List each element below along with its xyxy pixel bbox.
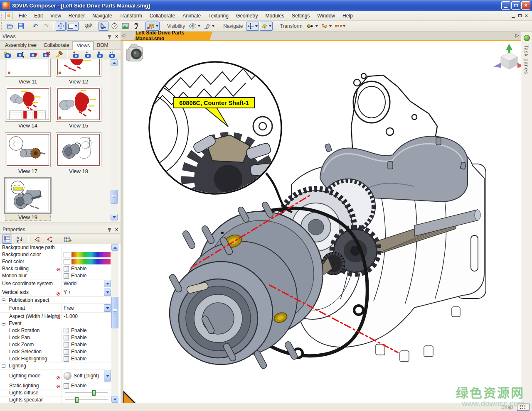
dropdown-button[interactable] (104, 304, 111, 312)
view-thumbnail-11[interactable] (5, 59, 51, 77)
scrollbar-thumb[interactable] (111, 190, 118, 204)
property-row-background-color[interactable]: Background color (0, 251, 111, 258)
texture-button[interactable] (120, 22, 130, 31)
view-label[interactable]: View 12 (56, 78, 101, 85)
scroll-up-button[interactable] (111, 244, 118, 251)
add-property-button[interactable] (63, 235, 73, 244)
close-button[interactable]: × (521, 1, 530, 10)
view-thumbnail-18[interactable] (56, 132, 101, 167)
menu-item-navigate[interactable]: Navigate (89, 12, 116, 20)
mdi-restore-icon[interactable] (518, 14, 522, 17)
scroll-down-button[interactable] (111, 396, 118, 403)
menu-grip[interactable] (1, 12, 3, 19)
open-button[interactable] (5, 22, 15, 31)
fit-all-button[interactable] (56, 22, 66, 31)
property-group-event[interactable]: Event (0, 320, 111, 327)
reset-all-button[interactable] (45, 235, 55, 244)
play-views-button[interactable] (83, 50, 93, 59)
close-panel-icon[interactable]: × (115, 228, 118, 232)
checkbox[interactable] (64, 342, 69, 347)
property-row-back-culling[interactable]: Back culling Enable (0, 265, 111, 272)
chevron-down-icon[interactable] (156, 25, 158, 27)
menu-item-texturing[interactable]: Texturing (204, 12, 232, 20)
axis-mode-button[interactable] (320, 22, 333, 31)
property-row-lock-selection[interactable]: Lock Selection Enable (0, 348, 111, 355)
pan-button[interactable] (246, 22, 259, 31)
mdi-minimize-icon[interactable] (512, 17, 515, 18)
view-thumbnail-14[interactable] (5, 87, 51, 122)
property-row-format[interactable]: Format Free (0, 304, 111, 313)
chevron-down-icon[interactable] (343, 25, 345, 27)
alphabetical-sort-button[interactable]: AZ (15, 235, 25, 244)
checkbox[interactable] (64, 273, 69, 279)
pin-icon[interactable] (108, 34, 112, 39)
menu-item-animate[interactable]: Animate (179, 12, 204, 20)
menu-item-file[interactable]: File (15, 12, 30, 20)
restore-button[interactable] (511, 1, 520, 10)
menu-item-help[interactable]: Help (339, 12, 357, 20)
view-label[interactable]: View 18 (56, 168, 101, 174)
close-panel-icon[interactable]: × (115, 34, 118, 39)
view-label[interactable]: View 11 (5, 78, 51, 85)
document-tab[interactable]: Left Side Drive Parts Manual.smg (134, 32, 212, 40)
scroll-down-button[interactable] (111, 214, 118, 220)
property-row-aspect-ratio[interactable]: Aspect (Width / Height) -1.000 (0, 313, 111, 320)
paint-view-button[interactable] (54, 50, 64, 59)
property-row-lock-pan[interactable]: Lock Pan Enable (0, 334, 111, 341)
property-row-lights-specular[interactable]: Lights specular (0, 396, 111, 403)
save-button[interactable] (16, 22, 26, 31)
scroll-up-button[interactable] (111, 59, 118, 66)
view-label[interactable]: View 17 (5, 168, 51, 174)
menu-item-window[interactable]: Window (313, 12, 339, 20)
orientation-cube[interactable] (493, 44, 521, 69)
workshop-button[interactable] (145, 22, 160, 31)
tab-collaborate[interactable]: Collaborate (40, 41, 73, 49)
property-group-lighting[interactable]: Lighting (0, 362, 111, 369)
collapse-icon[interactable] (2, 364, 5, 368)
property-row-vertical-axis[interactable]: Vertical axis Y + (0, 288, 111, 297)
view-thumbnail-19[interactable] (4, 177, 52, 214)
collapse-icon[interactable] (2, 298, 5, 302)
output-hub[interactable] (168, 201, 323, 369)
pin-icon[interactable] (108, 228, 112, 232)
tab-scroll-left-icon[interactable]: ◁ (121, 32, 125, 38)
specular-slider[interactable] (65, 399, 108, 401)
camera-mode-button[interactable] (28, 50, 39, 59)
goto-first-view-button[interactable] (71, 50, 81, 59)
property-row-background-image-path[interactable]: Background image path (0, 244, 111, 251)
checkbox[interactable] (64, 349, 69, 355)
checkbox[interactable] (64, 266, 69, 272)
categorized-view-button[interactable] (2, 235, 12, 244)
view-thumbnail-15[interactable] (56, 87, 101, 122)
collapse-icon[interactable] (2, 322, 5, 325)
slider-thumb[interactable] (92, 390, 96, 396)
sound-button[interactable] (131, 22, 141, 31)
property-row-motion-blur[interactable]: Motion blur Enable (0, 272, 111, 279)
delete-view-button[interactable] (41, 50, 52, 59)
3d-canvas[interactable]: 60806C, Counter Shaft-1 (123, 41, 521, 403)
camera-photo-icon[interactable] (126, 44, 143, 61)
property-row-static-lighting[interactable]: Static lighting Enable (0, 382, 111, 389)
checkbox[interactable] (64, 383, 69, 389)
gears-button[interactable] (83, 22, 94, 31)
measure-button[interactable] (99, 22, 108, 31)
mdi-close-icon[interactable]: × (525, 14, 528, 18)
property-row-lights-diffuse[interactable]: Lights diffuse (0, 389, 111, 396)
property-row-foot-color[interactable]: Foot color (0, 258, 111, 265)
view-thumbnail-12[interactable] (56, 59, 101, 77)
task-panes-label[interactable]: Task panes (523, 45, 529, 74)
diffuse-slider[interactable] (65, 392, 108, 394)
tab-assembly-tree[interactable]: Assembly tree (2, 41, 40, 49)
property-row-lighting-mode[interactable]: Lighting mode Soft (1light) (0, 369, 111, 382)
color-gradient-bar[interactable] (71, 252, 111, 257)
menu-item-edit[interactable]: Edit (30, 12, 47, 20)
chevron-down-icon[interactable] (198, 25, 200, 27)
stop-views-button[interactable] (95, 50, 105, 59)
property-row-lock-rotation[interactable]: Lock Rotation Enable (0, 327, 111, 334)
checkbox[interactable] (64, 328, 69, 333)
dropdown-button[interactable] (104, 280, 111, 287)
create-view-button[interactable] (2, 50, 13, 59)
task-panes-strip[interactable]: Task panes (521, 32, 532, 403)
camera-view-button[interactable] (260, 22, 273, 31)
property-row-use-coordinate-system[interactable]: Use coordinate system World (0, 279, 111, 288)
